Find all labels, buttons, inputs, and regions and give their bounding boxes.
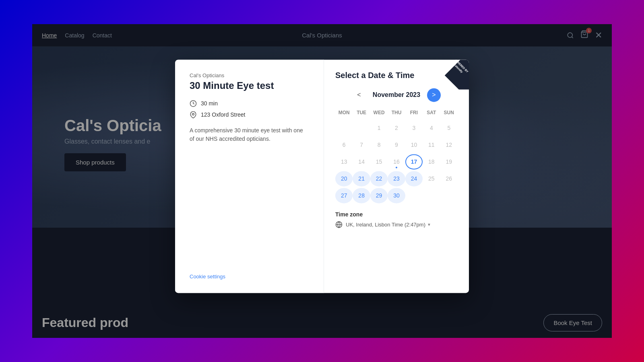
cal-day-5: 5 <box>440 120 458 136</box>
modal-left-panel: Cal's Opticians 30 Minute Eye test 30 mi… <box>175 60 324 293</box>
modal-description: A comprehensive 30 minute eye test with … <box>190 126 309 143</box>
cookie-settings-link[interactable]: Cookie settings <box>190 274 225 280</box>
week-5: 27 28 29 30 <box>335 188 458 203</box>
prev-month-button[interactable]: < <box>352 88 366 102</box>
cal-day-15: 15 <box>370 154 388 169</box>
cal-day-10: 10 <box>405 137 423 152</box>
cal-day-3: 3 <box>405 120 423 136</box>
cal-day-21[interactable]: 21 <box>353 171 370 186</box>
calendar-grid: MON TUE WED THU FRI SAT SUN 1 2 3 4 5 <box>335 108 458 203</box>
website-container: Home Catalog Contact Cal's Opticians 1 ✕… <box>32 24 612 338</box>
cal-day-13: 13 <box>335 154 353 169</box>
cal-day-12: 12 <box>440 137 458 152</box>
timezone-dropdown[interactable]: UK, Ireland, Lisbon Time (2:47pm) ▼ <box>346 222 431 228</box>
location-text: 123 Oxford Street <box>201 111 246 118</box>
days-of-week-row: MON TUE WED THU FRI SAT SUN <box>335 108 458 117</box>
cal-empty <box>423 188 440 203</box>
cal-day-14: 14 <box>353 154 370 169</box>
cal-day-18: 18 <box>423 154 440 169</box>
modal-event-title: 30 Minute Eye test <box>190 80 309 92</box>
cal-day-17: 17 <box>405 154 423 169</box>
cal-day-20[interactable]: 20 <box>335 171 353 186</box>
cal-empty <box>335 120 353 136</box>
chevron-down-icon: ▼ <box>427 222 431 227</box>
cal-empty <box>405 188 423 203</box>
cal-day-11: 11 <box>423 137 440 152</box>
dow-sat: SAT <box>423 108 440 117</box>
modal-meta: 30 min 123 Oxford Street <box>190 100 309 118</box>
cal-empty <box>353 120 370 136</box>
cal-day-1: 1 <box>370 120 388 136</box>
week-2: 6 7 8 9 10 11 12 <box>335 137 458 152</box>
cal-day-19: 19 <box>440 154 458 169</box>
dot-indicator <box>396 167 397 168</box>
timezone-value: UK, Ireland, Lisbon Time (2:47pm) <box>346 222 425 228</box>
cal-day-22[interactable]: 22 <box>370 171 388 186</box>
cal-day-23[interactable]: 23 <box>388 171 405 186</box>
cal-day-27[interactable]: 27 <box>335 188 353 203</box>
modal-right-panel: POWERED BY Calendly Select a Date & Time… <box>324 60 469 293</box>
month-nav: < November 2023 > <box>335 88 458 102</box>
cal-day-2: 2 <box>388 120 405 136</box>
cal-day-29[interactable]: 29 <box>370 188 388 203</box>
cal-day-4: 4 <box>423 120 440 136</box>
dow-mon: MON <box>335 108 353 117</box>
month-label: November 2023 <box>372 91 421 99</box>
cal-day-25: 25 <box>423 171 440 186</box>
cal-day-7: 7 <box>353 137 370 152</box>
timezone-section: Time zone UK, Ireland, Lisbon Time (2:47… <box>335 211 458 228</box>
cal-day-28[interactable]: 28 <box>353 188 370 203</box>
modal-location: 123 Oxford Street <box>190 111 309 118</box>
timezone-select[interactable]: UK, Ireland, Lisbon Time (2:47pm) ▼ <box>335 221 458 228</box>
dow-thu: THU <box>388 108 405 117</box>
dow-tue: TUE <box>353 108 370 117</box>
svg-point-4 <box>192 113 194 115</box>
cal-day-8: 8 <box>370 137 388 152</box>
modal-duration: 30 min <box>190 100 309 107</box>
timezone-label: Time zone <box>335 211 458 218</box>
cal-day-30[interactable]: 30 <box>388 188 405 203</box>
globe-icon <box>335 221 343 228</box>
clock-icon <box>190 100 197 107</box>
cal-day-24[interactable]: 24 <box>405 171 423 186</box>
modal-org-name: Cal's Opticians <box>190 72 309 78</box>
cal-day-16: 16 <box>388 154 405 169</box>
cal-empty <box>440 188 458 203</box>
week-1: 1 2 3 4 5 <box>335 120 458 136</box>
duration-text: 30 min <box>201 100 218 107</box>
next-month-button[interactable]: > <box>427 88 441 102</box>
cal-day-26: 26 <box>440 171 458 186</box>
modal-footer: Cookie settings <box>190 265 309 280</box>
location-icon <box>190 111 197 118</box>
cal-day-9: 9 <box>388 137 405 152</box>
week-3: 13 14 15 16 17 18 19 <box>335 154 458 169</box>
week-4: 20 21 22 23 24 25 26 <box>335 171 458 186</box>
dow-sun: SUN <box>440 108 458 117</box>
cal-day-6: 6 <box>335 137 353 152</box>
booking-modal: Cal's Opticians 30 Minute Eye test 30 mi… <box>175 60 469 293</box>
calendly-badge: POWERED BY Calendly <box>439 60 469 89</box>
dow-fri: FRI <box>405 108 423 117</box>
dow-wed: WED <box>370 108 388 117</box>
